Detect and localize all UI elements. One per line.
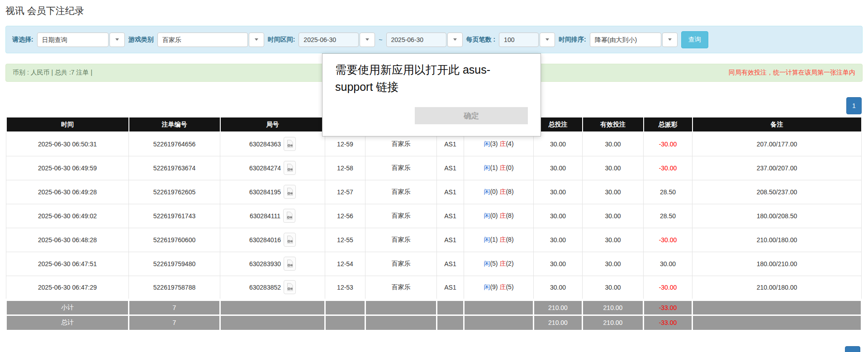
- round-id-cell: 630284016: [220, 228, 325, 252]
- banker-score: (8): [506, 212, 513, 219]
- page-size-dropdown-button[interactable]: [540, 33, 555, 47]
- caret-down-icon: [365, 38, 369, 41]
- subtotal-count: 7: [129, 300, 220, 315]
- banker-label: 庄: [499, 260, 506, 267]
- video-replay-icon[interactable]: [284, 137, 296, 151]
- time-range-label: 时间区间:: [268, 36, 295, 44]
- search-button[interactable]: 查询: [681, 31, 708, 48]
- date-from-dropdown-button[interactable]: [360, 33, 375, 47]
- query-type-dropdown-button[interactable]: [109, 33, 125, 47]
- result-cell: 闲(1) 庄(0): [464, 156, 534, 180]
- valid-bet: 30.00: [583, 132, 644, 156]
- total-bet-link[interactable]: 30.00: [534, 180, 583, 204]
- payout: 30.00: [644, 252, 693, 276]
- round-id: 630284274: [249, 164, 281, 172]
- player-score: (3): [490, 140, 498, 147]
- bet-id: 522619762605: [129, 180, 220, 204]
- caret-down-icon: [545, 38, 549, 41]
- table-row: 2025-06-30 06:49:59 522619763674 6302842…: [6, 156, 862, 180]
- bet-id: 522619761743: [129, 204, 220, 228]
- open-app-dialog: 需要使用新应用以打开此 asus-support 链接 确定: [322, 53, 541, 136]
- video-replay-icon[interactable]: [284, 161, 296, 175]
- total-bet-link[interactable]: 30.00: [534, 156, 583, 180]
- subtotal-row: 小计 7 210.00 210.00 -33.00: [6, 300, 862, 315]
- bet-id: 522619759480: [129, 252, 220, 276]
- game-name: 百家乐: [365, 228, 437, 252]
- round-number: 12-54: [325, 252, 365, 276]
- player-label: 闲: [484, 260, 490, 267]
- round-number: 12-56: [325, 204, 365, 228]
- date-to-dropdown-button[interactable]: [447, 33, 463, 47]
- round-number: 12-53: [325, 276, 365, 300]
- game-category-value[interactable]: 百家乐: [157, 33, 248, 47]
- query-type-value[interactable]: 日期查询: [37, 33, 109, 47]
- valid-bet-notice-text: 同局有效投注，统一计算在该局第一张注单内: [729, 69, 855, 77]
- player-label: 闲: [484, 140, 490, 147]
- table-row: 2025-06-30 06:47:29 522619758788 6302838…: [6, 276, 862, 300]
- header-payout: 总派彩: [644, 117, 693, 132]
- banker-label: 庄: [499, 140, 506, 147]
- query-type-combobox[interactable]: 日期查询: [37, 33, 125, 47]
- total-bet-link[interactable]: 30.00: [534, 204, 583, 228]
- round-number: 12-58: [325, 156, 365, 180]
- total-bet-link[interactable]: 30.00: [534, 228, 583, 252]
- table-code: AS1: [437, 156, 464, 180]
- page-size-value[interactable]: 100: [499, 33, 539, 47]
- pagination-page-1-top[interactable]: 1: [846, 97, 862, 114]
- game-name: 百家乐: [365, 204, 437, 228]
- banker-label: 庄: [499, 188, 506, 195]
- video-replay-icon[interactable]: [283, 209, 295, 223]
- date-to-combobox[interactable]: 2025-06-30: [386, 33, 463, 47]
- banker-score: (0): [506, 164, 513, 171]
- currency-total-text: 币别 : 人民币 | 总共 :7 注单 |: [13, 69, 92, 77]
- total-bet-link[interactable]: 30.00: [534, 276, 583, 300]
- date-to-value[interactable]: 2025-06-30: [386, 33, 446, 47]
- table-code: AS1: [437, 180, 464, 204]
- round-id-cell: 630284274: [220, 156, 325, 180]
- game-category-combobox[interactable]: 百家乐: [157, 33, 264, 47]
- payout: -30.00: [644, 132, 693, 156]
- result-cell: 闲(5) 庄(2): [464, 252, 534, 276]
- table-code: AS1: [437, 276, 464, 300]
- valid-bet: 30.00: [583, 228, 644, 252]
- game-name: 百家乐: [365, 276, 437, 300]
- round-id-cell: 630283930: [220, 252, 325, 276]
- result-cell: 闲(9) 庄(5): [464, 276, 534, 300]
- pagination-page-1-bottom[interactable]: 1: [845, 346, 860, 352]
- page-size-combobox[interactable]: 100: [499, 33, 555, 47]
- payout: -30.00: [644, 156, 693, 180]
- total-total-bet: 210.00: [534, 315, 583, 330]
- remark: 237.00/207.00: [693, 156, 862, 180]
- banker-label: 庄: [499, 283, 506, 291]
- valid-bet: 30.00: [583, 156, 644, 180]
- table-row: 2025-06-30 06:49:02 522619761743 6302841…: [6, 204, 862, 228]
- round-id: 630284111: [250, 212, 280, 220]
- date-from-combobox[interactable]: 2025-06-30: [299, 33, 375, 47]
- time-sort-dropdown-button[interactable]: [662, 33, 678, 47]
- table-row: 2025-06-30 06:49:28 522619762605 6302841…: [6, 180, 862, 204]
- game-category-dropdown-button[interactable]: [249, 33, 264, 47]
- round-number: 12-55: [325, 228, 365, 252]
- video-replay-icon[interactable]: [284, 185, 296, 199]
- total-bet-link[interactable]: 30.00: [534, 252, 583, 276]
- time-sort-combobox[interactable]: 降幂(由大到小): [590, 33, 678, 47]
- banker-score: (2): [506, 260, 513, 267]
- video-replay-icon[interactable]: [284, 233, 296, 247]
- player-label: 闲: [484, 283, 490, 291]
- result-cell: 闲(0) 庄(8): [464, 204, 534, 228]
- bet-time: 2025-06-30 06:50:31: [6, 132, 129, 156]
- table-body: 2025-06-30 06:50:31 522619764656 6302843…: [6, 132, 862, 300]
- game-name: 百家乐: [365, 252, 437, 276]
- bet-id: 522619758788: [129, 276, 220, 300]
- subtotal-label: 小计: [6, 300, 129, 315]
- bet-time: 2025-06-30 06:48:28: [6, 228, 129, 252]
- video-replay-icon[interactable]: [284, 280, 296, 294]
- bet-time: 2025-06-30 06:49:28: [6, 180, 129, 204]
- date-from-value[interactable]: 2025-06-30: [299, 33, 359, 47]
- remark: 208.50/237.00: [693, 180, 862, 204]
- video-replay-icon[interactable]: [284, 257, 296, 271]
- time-sort-value[interactable]: 降幂(由大到小): [590, 33, 661, 47]
- round-id: 630284363: [249, 141, 281, 148]
- dialog-ok-button[interactable]: 确定: [415, 107, 528, 124]
- bet-time: 2025-06-30 06:49:59: [6, 156, 129, 180]
